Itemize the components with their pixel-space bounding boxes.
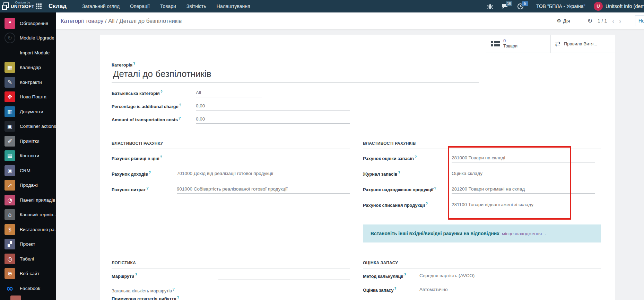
price-difference-account-input[interactable] xyxy=(177,155,350,162)
breadcrumb: Категорії товару / All / Деталі до безпі… xyxy=(61,12,182,29)
field-label: Percentage is additional charge? xyxy=(112,103,196,109)
sidebar-item-sales[interactable]: ↗Продажі xyxy=(0,178,56,193)
products-label: Товари xyxy=(503,44,517,49)
activities-badge: 5 xyxy=(522,1,528,6)
products-smart-button[interactable]: 0Товари xyxy=(486,35,550,53)
top-menu: Загальний огляд Операції Товари Звітніст… xyxy=(82,0,250,12)
import-icon xyxy=(5,47,15,58)
stock-output-account-input[interactable]: 281100 Товари відвантажені зі складу xyxy=(452,202,595,209)
user-avatar[interactable]: U xyxy=(594,2,603,11)
parent-category-input[interactable]: All xyxy=(196,90,262,97)
section-account-properties: ВЛАСТИВОСТІ РАХУНКУ xyxy=(112,141,350,149)
sidebar-item-import-module[interactable]: Import Module xyxy=(0,45,56,60)
help-icon[interactable]: ? xyxy=(177,295,179,299)
sidebar-item-contracts[interactable]: ✎Контракти xyxy=(0,75,56,90)
field-label: Рахунок оцінки запасів? xyxy=(363,155,452,161)
category-name-input[interactable]: Деталі до безпілотників xyxy=(112,68,479,82)
action-menu-button[interactable]: ⚙Дія xyxy=(557,12,570,29)
info-alert-text: Встановіть інші вхідні/вихідні рахунки н… xyxy=(371,231,499,236)
sidebar-item-dashboards[interactable]: ◔Панелі приладів xyxy=(0,193,56,208)
storefront-icon: ⌂ xyxy=(5,209,15,220)
menu-reporting[interactable]: Звітність xyxy=(186,0,206,12)
putaway-rules-smart-button[interactable]: ⇄ Правила Витя... xyxy=(550,35,615,53)
income-account-input[interactable]: 701000 Дохід від реалізації готової прод… xyxy=(177,171,350,178)
section-logistics: ЛОГІСТИКА xyxy=(112,261,350,268)
help-icon[interactable]: ? xyxy=(434,186,436,190)
sidebar-item-website[interactable]: ⊕Веб-сайт xyxy=(0,266,56,281)
help-icon[interactable]: ? xyxy=(426,202,428,206)
expense-account-input[interactable]: 901000 Собівартість реалізованої готової… xyxy=(177,186,350,194)
help-icon[interactable]: ? xyxy=(415,155,417,159)
help-icon[interactable]: ? xyxy=(404,273,406,277)
section-accounts-properties: ВЛАСТИВОСТІ РАХУНКІВ xyxy=(363,141,601,149)
activities-icon[interactable]: 5 xyxy=(517,0,524,12)
debug-bug-icon[interactable] xyxy=(487,0,493,12)
help-icon[interactable]: ? xyxy=(135,273,137,277)
field-label: Маршрути? xyxy=(112,273,218,279)
percentage-charge-input[interactable]: 0,00 xyxy=(196,103,350,111)
logo-brand: UNITSOFT xyxy=(11,4,34,9)
locations-link[interactable]: місцезнаходження xyxy=(502,231,542,236)
handshake-icon: ◉ xyxy=(5,165,15,176)
help-icon[interactable]: ? xyxy=(160,155,162,159)
help-icon[interactable]: ? xyxy=(398,171,400,175)
sidebar-item-invoicing[interactable]: $Виставлення ра... xyxy=(0,222,56,237)
pager-previous-icon[interactable]: ‹ xyxy=(612,12,614,29)
help-icon[interactable]: ? xyxy=(179,116,181,120)
help-icon[interactable]: ? xyxy=(133,62,135,65)
sidebar-item-label: Касовий термін... xyxy=(20,212,57,217)
new-button[interactable]: Но xyxy=(635,16,644,26)
help-icon[interactable]: ? xyxy=(394,287,397,291)
sidebar-item-documents[interactable]: ▥Документи xyxy=(0,104,56,119)
app-title[interactable]: Склад xyxy=(49,0,67,12)
user-menu[interactable]: Unitsoft info (dem xyxy=(606,0,644,12)
apps-grid-icon[interactable] xyxy=(36,3,42,9)
sidebar-item-contacts[interactable]: ▤Контакти xyxy=(0,149,56,164)
stock-journal-input[interactable]: Оцінка складу xyxy=(452,171,595,178)
field-label: Оцінка запасу? xyxy=(363,287,419,293)
menu-products[interactable]: Товари xyxy=(160,0,176,12)
inventory-valuation-input[interactable]: Автоматично xyxy=(419,287,595,294)
help-icon[interactable]: ? xyxy=(160,90,163,94)
form-sheet: 0Товари ⇄ Правила Витя... Категорія? Дет… xyxy=(100,35,615,300)
sidebar-item-module-upgrade[interactable]: ↻Module Upgrade xyxy=(0,31,56,46)
refresh-icon[interactable]: ↻ xyxy=(588,12,592,29)
field-expense-account: Рахунок витрат? 901000 Собівартість реал… xyxy=(112,186,350,194)
gauge-icon: ◔ xyxy=(5,195,15,205)
stock-input-account-input[interactable]: 281200 Товари отримані на склад xyxy=(452,186,595,194)
menu-operations[interactable]: Операції xyxy=(130,0,150,12)
stock-valuation-account-input[interactable]: 281000 Товари на складі xyxy=(452,155,595,162)
sidebar-item-timesheets[interactable]: ◷Табелі xyxy=(0,252,56,266)
breadcrumb-categories-link[interactable]: Категорії товару xyxy=(61,18,103,24)
help-icon[interactable]: ? xyxy=(149,171,151,175)
company-switcher[interactable]: ТОВ "БПЛА - Україна" xyxy=(536,0,585,12)
menu-overview[interactable]: Загальний огляд xyxy=(82,0,120,12)
menu-settings[interactable]: Налаштування xyxy=(217,0,250,12)
sidebar-item-crm[interactable]: ◉CRM xyxy=(0,163,56,178)
sidebar-item-label: Facebook xyxy=(20,286,40,291)
sidebar-item-label: Продажі xyxy=(20,183,38,188)
sidebar-item-container-actions[interactable]: ▣Container actions xyxy=(0,119,56,134)
costing-method-input[interactable]: Середня вартість (AVCO) xyxy=(419,273,595,280)
help-icon[interactable]: ? xyxy=(179,103,181,107)
sidebar-item-project[interactable]: ▞Проект xyxy=(0,237,56,252)
help-icon[interactable]: ? xyxy=(147,186,149,190)
routes-input[interactable] xyxy=(218,273,350,280)
help-icon[interactable]: ? xyxy=(173,288,175,291)
sidebar-item-nova-poshta[interactable]: ✥Нова Пошта xyxy=(0,90,56,105)
nova-poshta-arrows-icon: ✥ xyxy=(5,91,15,102)
field-label: Батьківська категорія? xyxy=(112,90,196,96)
transport-costs-input[interactable]: 0,00 xyxy=(196,116,350,124)
sidebar-item-pos[interactable]: ⌂Касовий термін... xyxy=(0,208,56,222)
sidebar-item-facebook[interactable]: ∞Facebook xyxy=(0,281,56,296)
pager-next-icon[interactable]: › xyxy=(619,12,621,29)
sidebar-item-calendar[interactable]: ▦Календар xyxy=(0,60,56,75)
info-alert-suffix: . xyxy=(545,231,546,236)
sidebar-item-discuss[interactable]: ❝Обговорення xyxy=(0,16,56,31)
field-total-routes: Загальна кількість маршрутів? xyxy=(112,288,174,293)
unitsoft-logo[interactable]: Custom by UNITSOFT xyxy=(3,1,34,9)
messages-icon[interactable]: 16 xyxy=(501,0,508,12)
field-routes: Маршрути? xyxy=(112,273,350,280)
sidebar-item-clipped-icon[interactable] xyxy=(10,295,21,300)
sidebar-item-notes[interactable]: ✐Примітки xyxy=(0,134,56,149)
